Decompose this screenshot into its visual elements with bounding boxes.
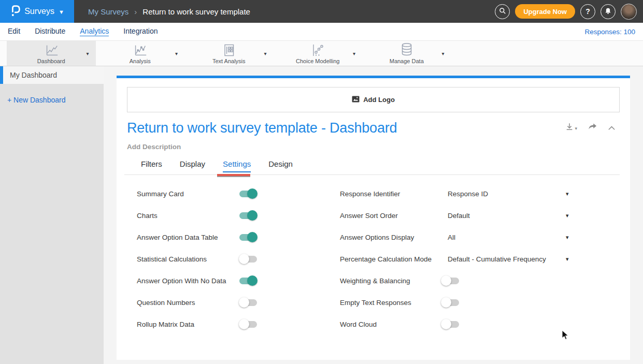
manage-data-icon	[400, 43, 413, 57]
toggle-knob	[441, 275, 451, 286]
rollup-matrix-data-toggle[interactable]	[239, 321, 257, 328]
topbar-actions: Upgrade Now ?	[495, 0, 637, 23]
add-logo-label: Add Logo	[363, 96, 395, 104]
setting-label: Charts	[137, 212, 158, 220]
new-dashboard-link[interactable]: + New Dashboard	[7, 96, 104, 104]
chevron-down-icon: ▾	[575, 126, 577, 131]
notifications-button[interactable]	[601, 4, 616, 19]
collapse-button[interactable]	[608, 123, 616, 133]
add-description-placeholder[interactable]: Add Description	[127, 143, 181, 151]
toolbar-item-label: Dashboard	[37, 58, 65, 64]
tab-display[interactable]: Display	[180, 159, 205, 172]
setting-row: Response IdentifierResponse ID▾	[340, 183, 609, 205]
breadcrumb-separator: ›	[134, 7, 137, 16]
toolbar-item-label: Choice Modelling	[296, 58, 339, 64]
tab-filters[interactable]: Filters	[141, 159, 162, 172]
setting-row: Percentage Calculation ModeDefault - Cum…	[340, 248, 609, 270]
toolbar-item-text-analysis[interactable]: Text Analysis▾	[184, 41, 274, 66]
add-logo-button[interactable]: Add Logo	[127, 87, 620, 112]
breadcrumb-current: Return to work survey template	[142, 7, 250, 16]
tabs-divider	[124, 174, 620, 175]
nav-item-distribute[interactable]: Distribute	[35, 27, 65, 36]
product-name: Surveys	[24, 7, 54, 16]
setting-row: Answer Option With No Data	[137, 270, 308, 292]
setting-label: Question Numbers	[137, 299, 195, 307]
setting-label: Summary Card	[137, 190, 184, 198]
setting-label: Answer Options Display	[340, 234, 448, 241]
chevron-up-icon	[608, 123, 616, 133]
chevron-down-icon: ▼	[59, 9, 64, 15]
text-analysis-icon	[222, 43, 236, 57]
setting-row: Summary Card	[137, 183, 308, 205]
share-button[interactable]	[588, 123, 597, 133]
help-button[interactable]: ?	[580, 4, 595, 19]
answer-option-data-table-toggle[interactable]	[239, 234, 257, 241]
toolbar-item-analysis[interactable]: Analysis▾	[96, 41, 185, 66]
chevron-down-icon[interactable]: ▾	[566, 212, 569, 219]
chevron-down-icon[interactable]: ▾	[566, 234, 569, 241]
chevron-down-icon[interactable]: ▾	[566, 256, 569, 263]
chevron-down-icon[interactable]: ▾	[441, 51, 444, 56]
app-window: Surveys ▼ My Surveys › Return to work su…	[0, 0, 643, 364]
toggle-knob	[239, 319, 249, 329]
setting-row: Statistical Calculations	[137, 248, 308, 270]
avatar[interactable]	[621, 4, 637, 20]
toggle-knob	[239, 254, 249, 264]
toolbar-item-manage-data[interactable]: Manage Data▾	[362, 41, 451, 66]
empty-text-responses-toggle[interactable]	[441, 299, 459, 306]
chevron-down-icon[interactable]: ▾	[353, 51, 355, 56]
setting-label: Word Cloud	[340, 321, 448, 328]
summary-card-toggle[interactable]	[239, 191, 257, 197]
responses-count[interactable]: Responses: 100	[584, 28, 635, 36]
bell-icon	[605, 7, 611, 16]
search-button[interactable]	[495, 4, 510, 19]
word-cloud-toggle[interactable]	[441, 321, 459, 328]
toggle-knob	[441, 297, 451, 308]
setting-label: Weighting & Balancing	[340, 277, 448, 285]
chevron-down-icon[interactable]: ▾	[264, 51, 266, 56]
sidebar-item-my-dashboard[interactable]: My Dashboard	[0, 66, 104, 84]
setting-row: Rollup Matrix Data	[137, 313, 308, 335]
nav-item-analytics[interactable]: Analytics	[80, 27, 109, 36]
tab-design[interactable]: Design	[268, 159, 293, 172]
setting-row: Answer Option Data Table	[137, 226, 308, 248]
analytics-toolbar: Dashboard▾Analysis▾Text Analysis▾Choice …	[0, 40, 643, 66]
nav-item-integration[interactable]: Integration	[123, 27, 158, 36]
setting-row: Empty Text Responses	[340, 292, 609, 313]
toggle-knob	[239, 297, 249, 308]
question-mark-icon: ?	[585, 7, 590, 16]
setting-row: Word Cloud	[340, 313, 609, 335]
chevron-down-icon[interactable]: ▾	[175, 51, 178, 56]
answer-option-with-no-data-toggle[interactable]	[239, 278, 257, 284]
toolbar-item-dashboard[interactable]: Dashboard▾	[7, 41, 96, 66]
mouse-cursor	[562, 330, 569, 342]
survey-nav: EditDistributeAnalyticsIntegration Respo…	[0, 23, 643, 40]
upgrade-now-button[interactable]: Upgrade Now	[515, 4, 575, 19]
setting-label: Empty Text Responses	[340, 299, 448, 307]
product-switcher[interactable]: Surveys ▼	[0, 0, 74, 23]
response-identifier-value[interactable]: Response ID	[448, 190, 488, 198]
weighting-balancing-toggle[interactable]	[441, 278, 459, 284]
question-numbers-toggle[interactable]	[239, 299, 257, 306]
setting-label: Answer Option Data Table	[137, 234, 218, 241]
toolbar-item-label: Text Analysis	[212, 58, 246, 64]
breadcrumb-my-surveys[interactable]: My Surveys	[88, 7, 128, 16]
share-forward-icon	[588, 123, 597, 133]
tab-settings[interactable]: Settings	[223, 159, 251, 172]
answer-sort-order-value[interactable]: Default	[448, 212, 470, 220]
nav-items: EditDistributeAnalyticsIntegration	[8, 27, 158, 36]
download-button[interactable]: ▾	[565, 122, 577, 133]
page-title[interactable]: Return to work survey template - Dashboa…	[127, 120, 397, 136]
answer-options-display-value[interactable]: All	[448, 234, 455, 241]
nav-item-edit[interactable]: Edit	[8, 27, 20, 36]
chevron-down-icon[interactable]: ▾	[566, 191, 569, 197]
chevron-down-icon[interactable]: ▾	[86, 51, 89, 56]
annotation-highlight-settings	[217, 174, 250, 177]
setting-label: Response Identifier	[340, 190, 448, 198]
toolbar-item-choice-modelling[interactable]: Choice Modelling▾	[274, 41, 363, 66]
statistical-calculations-toggle[interactable]	[239, 256, 257, 263]
charts-toggle[interactable]	[239, 212, 257, 219]
setting-label: Percentage Calculation Mode	[340, 255, 448, 263]
dashboard-sidebar: My Dashboard + New Dashboard	[0, 66, 104, 364]
percentage-calculation-mode-value[interactable]: Default - Cumulative Frequency	[448, 255, 546, 263]
